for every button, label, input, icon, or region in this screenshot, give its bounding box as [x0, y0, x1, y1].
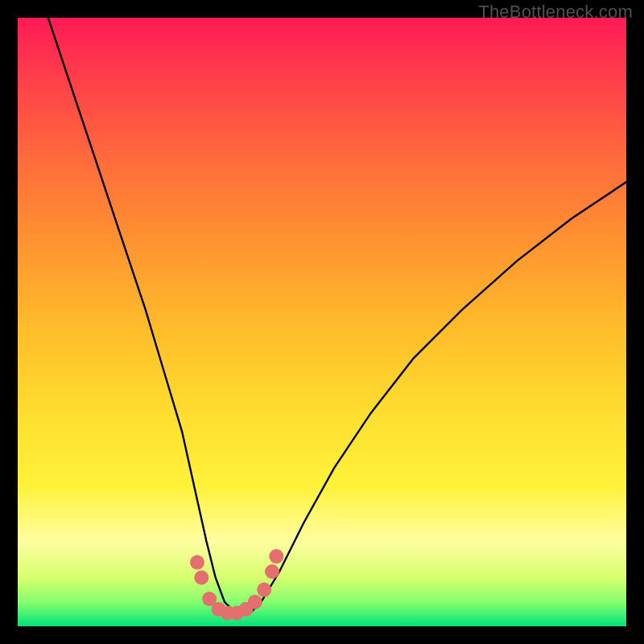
bottleneck-chart: [18, 18, 626, 626]
highlight-dot: [269, 549, 283, 564]
bottleneck-curve: [48, 18, 626, 614]
highlight-dot: [190, 555, 204, 570]
highlight-dot: [265, 564, 279, 579]
chart-area: [18, 18, 626, 626]
highlight-dot: [194, 571, 208, 585]
highlight-dot: [257, 583, 271, 597]
highlight-dot: [248, 595, 262, 609]
watermark-text: TheBottleneck.com: [478, 2, 633, 23]
highlight-dots: [190, 549, 283, 620]
